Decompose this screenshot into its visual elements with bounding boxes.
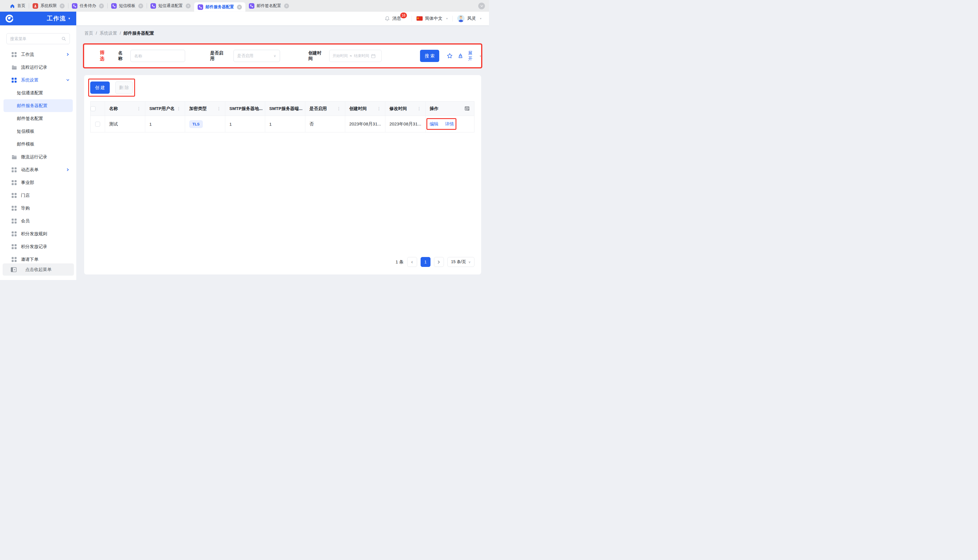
sidebar-item-microflow-run-records[interactable]: 微流运行记录 bbox=[0, 150, 76, 163]
sidebar-item-mail-signature-config[interactable]: 邮件签名配置 bbox=[0, 112, 76, 125]
column-header: 是否启用 bbox=[310, 106, 327, 112]
tab-task-todo[interactable]: 任务待办 × bbox=[68, 0, 107, 12]
search-input[interactable] bbox=[10, 37, 62, 41]
chevron-right-icon bbox=[437, 260, 440, 264]
chevron-down-icon bbox=[480, 4, 483, 8]
sidebar-item-process-run-records[interactable]: 流程运行记录 bbox=[0, 61, 76, 73]
sidebar-item-mail-template[interactable]: 邮件模板 bbox=[0, 138, 76, 150]
tab-sms-channel-config[interactable]: 短信通道配置 × bbox=[147, 0, 194, 12]
create-button[interactable]: 创 建 bbox=[90, 82, 110, 94]
folder-icon bbox=[12, 155, 17, 159]
tab-home[interactable]: 首页 bbox=[7, 0, 29, 12]
app-logo-icon bbox=[5, 14, 14, 23]
tab-overflow-button[interactable] bbox=[478, 3, 485, 9]
chevron-down-icon bbox=[67, 78, 69, 82]
cell-enabled: 否 bbox=[310, 122, 314, 127]
name-filter-input[interactable] bbox=[130, 50, 185, 62]
tab-mail-signature-config[interactable]: 邮件签名配置 × bbox=[245, 0, 293, 12]
delete-button[interactable]: 删 除 bbox=[115, 82, 133, 94]
tab-bar: 首页 系统权限 × 任务待办 × 短信模板 × bbox=[0, 0, 489, 12]
grid-icon bbox=[12, 232, 17, 236]
close-icon[interactable]: × bbox=[237, 5, 242, 10]
detail-link[interactable]: 详情 bbox=[445, 122, 454, 126]
column-menu-icon[interactable]: ⋮ bbox=[137, 106, 141, 111]
user-menu[interactable]: 风灵 ▾ bbox=[457, 15, 482, 22]
breadcrumb-home[interactable]: 首页 bbox=[84, 30, 93, 36]
prev-page-button[interactable]: ‹ bbox=[407, 257, 417, 267]
row-checkbox[interactable] bbox=[95, 122, 100, 127]
search-button[interactable]: 搜 索 bbox=[420, 50, 439, 62]
close-icon[interactable]: × bbox=[60, 3, 65, 8]
created-date-range-picker[interactable]: 开始时间 ~ 结束时间 bbox=[329, 50, 382, 62]
sidebar-item-workflow[interactable]: 工作流 bbox=[0, 48, 76, 61]
sidebar-item-label: 会员 bbox=[21, 218, 30, 224]
enabled-filter-select[interactable]: 是否启用 ∨ bbox=[233, 50, 280, 62]
sidebar-item-label: 积分发放规则 bbox=[21, 231, 47, 237]
end-date-placeholder: 结束时间 bbox=[354, 53, 369, 58]
clear-filter-broom-icon[interactable] bbox=[457, 53, 464, 59]
sidebar-item-dynamic-forms[interactable]: 动态表单 bbox=[0, 163, 76, 176]
created-filter-label: 创建时间 bbox=[308, 50, 326, 62]
sidebar-item-members[interactable]: 会员 bbox=[0, 215, 76, 227]
grid-icon bbox=[12, 52, 17, 57]
sidebar-item-sms-channel-config[interactable]: 短信通道配置 bbox=[0, 87, 76, 99]
bell-icon bbox=[385, 16, 390, 22]
sidebar-item-points-rules[interactable]: 积分发放规则 bbox=[0, 227, 76, 240]
tab-system-permission[interactable]: 系统权限 × bbox=[29, 0, 68, 12]
column-header: 加密类型 bbox=[189, 106, 207, 112]
sidebar-item-business-division[interactable]: 事业部 bbox=[0, 176, 76, 189]
tab-sms-template[interactable]: 短信模板 × bbox=[108, 0, 147, 12]
data-table: 名称⋮ SMTP用户名⋮ 加密类型⋮ SMTP服务器地...⋮ SMTP服务器端… bbox=[90, 101, 475, 132]
column-menu-icon[interactable]: ⋮ bbox=[417, 106, 421, 111]
sidebar-item-label: 积分发放记录 bbox=[21, 244, 47, 250]
divider bbox=[452, 16, 453, 22]
sidebar-item-mail-server-config[interactable]: 邮件服务器配置 bbox=[3, 99, 73, 112]
sidebar-item-label: 导购 bbox=[21, 205, 30, 211]
page-number-button[interactable]: 1 bbox=[421, 257, 430, 267]
close-icon[interactable]: × bbox=[99, 3, 104, 8]
select-placeholder: 是否启用 bbox=[237, 53, 253, 58]
search-icon bbox=[62, 37, 66, 41]
next-page-button[interactable] bbox=[434, 257, 444, 267]
edit-link[interactable]: 编辑 bbox=[430, 122, 438, 126]
close-icon[interactable]: × bbox=[138, 3, 143, 8]
sidebar-item-shopping-guide[interactable]: 导购 bbox=[0, 202, 76, 215]
expand-filters-button[interactable]: 展开 ▾ bbox=[468, 50, 481, 62]
brand-area[interactable]: 工作流 ▾ bbox=[0, 12, 76, 25]
column-menu-icon[interactable]: ⋮ bbox=[177, 106, 181, 111]
cell-smtp-user: 1 bbox=[149, 122, 152, 127]
breadcrumb-system-settings[interactable]: 系统设置 bbox=[100, 30, 117, 36]
grid-icon bbox=[12, 193, 17, 198]
sidebar-item-stores[interactable]: 门店 bbox=[0, 189, 76, 202]
workflow-badge-icon bbox=[150, 3, 156, 9]
sidebar-item-label: 动态表单 bbox=[21, 167, 38, 173]
sidebar-item-system-settings[interactable]: 系统设置 bbox=[0, 73, 76, 87]
sidebar-item-sms-template[interactable]: 短信模板 bbox=[0, 125, 76, 138]
column-menu-icon[interactable]: ⋮ bbox=[217, 106, 221, 111]
collapse-menu-button[interactable]: 点击收起菜单 bbox=[3, 263, 74, 276]
calendar-icon bbox=[371, 54, 375, 58]
pagination: 1 条 ‹ 1 15 条/页 ∨ bbox=[396, 257, 475, 267]
select-all-checkbox[interactable] bbox=[90, 106, 95, 111]
breadcrumb-separator: / bbox=[120, 30, 121, 36]
cell-modified: 2023年08月31... bbox=[390, 122, 421, 127]
favorite-star-icon[interactable] bbox=[447, 53, 453, 59]
workflow-badge-icon bbox=[249, 3, 254, 9]
filter-panel: 筛选 名称 是否启用 是否启用 ∨ 创建时间 开始时间 ~ 结束时间 搜 索 bbox=[84, 45, 481, 67]
messages-button[interactable]: 消息 16 bbox=[385, 16, 401, 22]
column-menu-icon[interactable]: ⋮ bbox=[377, 106, 381, 111]
column-settings-icon[interactable] bbox=[464, 106, 470, 112]
table-row: 测试 1 TLS 1 1 否 2023年08月31... 2023年08月31.… bbox=[90, 116, 475, 132]
page-size-select[interactable]: 15 条/页 ∨ bbox=[447, 257, 475, 267]
column-menu-icon[interactable]: ⋮ bbox=[337, 106, 341, 111]
avatar bbox=[457, 15, 465, 22]
grid-icon bbox=[12, 257, 17, 262]
sidebar-search[interactable] bbox=[7, 33, 70, 44]
language-switcher[interactable]: 简体中文 ▾ bbox=[417, 16, 448, 21]
divider bbox=[412, 16, 412, 22]
close-icon[interactable]: × bbox=[186, 3, 191, 8]
tab-mail-server-config[interactable]: 邮件服务器配置 × bbox=[194, 2, 245, 12]
close-icon[interactable]: × bbox=[284, 3, 289, 8]
sidebar-item-points-records[interactable]: 积分发放记录 bbox=[0, 240, 76, 253]
chevron-down-icon: ∨ bbox=[273, 54, 276, 58]
